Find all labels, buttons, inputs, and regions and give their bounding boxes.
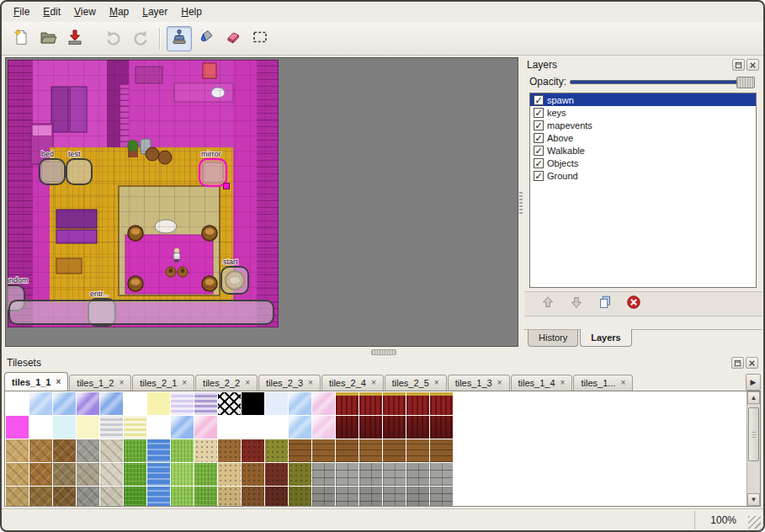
scrollbar-track[interactable] [747, 404, 760, 493]
tileset-tile[interactable] [265, 416, 288, 439]
tileset-tile[interactable] [29, 463, 52, 486]
tool-redo[interactable] [128, 26, 153, 51]
tileset-tile[interactable] [383, 463, 406, 486]
tileset-tile[interactable] [171, 439, 194, 462]
tileset-tile[interactable] [242, 439, 264, 462]
tool-undo[interactable] [101, 26, 126, 51]
tileset-tile[interactable] [194, 392, 217, 415]
tileset-tile[interactable] [383, 439, 406, 462]
tileset-tile[interactable] [359, 439, 382, 462]
tab-scroll-right-button[interactable]: ▶ [746, 374, 761, 391]
float-dock-button[interactable] [731, 357, 744, 369]
tileset-tile[interactable] [265, 463, 288, 486]
tileset-tile[interactable] [218, 416, 241, 439]
tileset-tile[interactable] [100, 416, 123, 439]
tileset-tile[interactable] [124, 439, 146, 462]
map-object-bed[interactable] [40, 159, 65, 184]
tileset-tile[interactable] [430, 487, 453, 506]
tileset-tile[interactable] [77, 439, 99, 462]
tileset-tile[interactable] [100, 487, 123, 506]
opacity-slider[interactable] [570, 80, 748, 84]
tool-rectangular-select[interactable] [247, 26, 273, 51]
tileset-tile[interactable] [53, 463, 76, 486]
tab-layers[interactable]: Layers [580, 329, 631, 347]
tileset-tab-tiles-1-[interactable]: tiles_1...× [573, 375, 633, 391]
tileset-tile[interactable] [124, 416, 146, 439]
tileset-tile[interactable] [406, 487, 429, 506]
menu-edit[interactable]: Edit [36, 3, 67, 20]
tileset-tile[interactable] [6, 439, 29, 462]
tileset-tab-tiles-2-4[interactable]: tiles_2_4× [321, 375, 384, 391]
tileset-tile[interactable] [359, 463, 382, 486]
tileset-tab-tiles-1-1[interactable]: tiles_1_1× [4, 372, 68, 391]
tileset-tile[interactable] [194, 487, 217, 506]
tileset-tile[interactable] [336, 392, 359, 415]
layer-visible-checkbox[interactable]: ✓ [534, 158, 544, 168]
tileset-tile[interactable] [29, 487, 52, 506]
tileset-tile[interactable] [336, 439, 359, 462]
tab-close-icon[interactable]: × [308, 379, 313, 387]
tileset-tile[interactable] [77, 487, 99, 506]
tileset-tile[interactable] [242, 463, 264, 486]
tileset-tile[interactable] [100, 463, 123, 486]
tileset-tile[interactable] [265, 487, 288, 506]
layer-row-spawn[interactable]: ✓spawn [530, 93, 756, 106]
tileset-tab-tiles-2-3[interactable]: tiles_2_3× [258, 375, 321, 391]
tool-save[interactable] [62, 26, 88, 51]
tileset-tile[interactable] [147, 463, 170, 486]
resize-grip[interactable] [748, 516, 761, 529]
tileset-tile[interactable] [430, 392, 453, 415]
tileset-tile[interactable] [406, 439, 429, 462]
layer-visible-checkbox[interactable]: ✓ [534, 108, 544, 118]
scrollbar-thumb[interactable] [748, 407, 759, 461]
tileset-tile[interactable] [383, 487, 406, 506]
opacity-slider-handle[interactable] [736, 77, 755, 88]
close-dock-button[interactable] [746, 59, 759, 71]
tileset-tile[interactable] [242, 416, 264, 439]
map-object-test[interactable] [66, 159, 92, 184]
tileset-tile[interactable] [171, 392, 194, 415]
layer-visible-checkbox[interactable]: ✓ [534, 95, 544, 105]
map-canvas[interactable]: bedtestmirrorstartrandomentr... [8, 60, 279, 327]
tab-close-icon[interactable]: × [497, 379, 502, 387]
tileset-tile[interactable] [336, 487, 359, 506]
tileset-tile[interactable] [359, 416, 382, 439]
tab-close-icon[interactable]: × [560, 379, 566, 387]
tileset-tile[interactable] [218, 392, 241, 415]
horizontal-splitter[interactable] [2, 348, 763, 355]
tileset-tile[interactable] [430, 416, 453, 439]
tileset-tile[interactable] [312, 392, 335, 415]
tileset-tile[interactable] [171, 463, 194, 486]
menu-help[interactable]: Help [174, 3, 209, 20]
tileset-tile[interactable] [124, 487, 146, 506]
tab-close-icon[interactable]: × [371, 379, 376, 387]
tool-new-map[interactable] [8, 26, 34, 51]
tileset-tile[interactable] [147, 392, 170, 415]
tileset-tile[interactable] [29, 416, 52, 439]
selection-handle[interactable] [224, 184, 230, 189]
tileset-tile[interactable] [289, 439, 311, 462]
tileset-tile[interactable] [383, 416, 406, 439]
layer-row-Above[interactable]: ✓Above [530, 131, 756, 144]
tileset-tile[interactable] [6, 392, 29, 415]
tileset-tab-tiles-1-2[interactable]: tiles_1_2× [69, 375, 131, 391]
layer-visible-checkbox[interactable]: ✓ [534, 120, 544, 130]
menu-map[interactable]: Map [103, 3, 135, 20]
tileset-tile[interactable] [171, 487, 194, 506]
layer-row-keys[interactable]: ✓keys [530, 106, 756, 119]
tileset-tile[interactable] [289, 487, 311, 506]
tileset-view[interactable] [5, 391, 746, 506]
tileset-tile[interactable] [6, 416, 29, 439]
layer-row-mapevents[interactable]: ✓mapevents [530, 119, 756, 131]
tileset-tile[interactable] [406, 392, 429, 415]
tileset-tile[interactable] [242, 392, 264, 415]
tab-close-icon[interactable]: × [434, 379, 439, 387]
tileset-tile[interactable] [100, 439, 123, 462]
tileset-tile[interactable] [124, 463, 146, 486]
menu-view[interactable]: View [67, 3, 103, 20]
float-dock-button[interactable] [732, 59, 745, 71]
layer-row-Walkable[interactable]: ✓Walkable [530, 144, 756, 157]
tileset-tile[interactable] [194, 463, 217, 486]
scroll-up-button[interactable]: ▲ [747, 391, 760, 404]
tab-close-icon[interactable]: × [119, 379, 124, 387]
